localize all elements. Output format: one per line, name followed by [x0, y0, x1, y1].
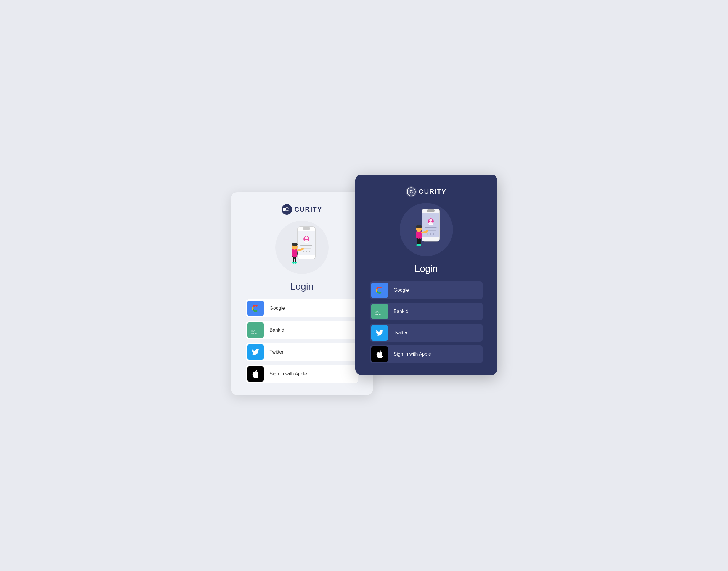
twitter-button-dark[interactable]: Twitter [370, 324, 482, 342]
svg-text:BankID: BankID [375, 314, 382, 316]
logo-text-light: CURITY [294, 206, 323, 213]
button-list-light: Google iD BankID BankId Twitter [246, 299, 358, 383]
svg-point-20 [294, 262, 297, 264]
svg-rect-21 [292, 249, 297, 256]
twitter-label-light: Twitter [265, 349, 358, 355]
logo-dark: C CURITY [406, 187, 447, 197]
bankid-icon-light: iD BankID [247, 323, 264, 338]
google-label-light: Google [265, 306, 358, 311]
svg-text:C: C [410, 189, 413, 194]
svg-point-10 [304, 240, 309, 243]
svg-rect-45 [416, 231, 422, 239]
svg-rect-17 [292, 256, 294, 263]
svg-point-9 [305, 236, 308, 239]
google-label-dark: Google [389, 288, 482, 293]
svg-rect-40 [425, 227, 437, 228]
svg-point-51 [418, 244, 421, 246]
svg-point-44 [433, 233, 434, 235]
google-icon-dark [371, 282, 388, 298]
svg-point-42 [427, 233, 428, 235]
curity-logo-icon-light: C [282, 204, 292, 215]
illustration-dark [400, 203, 453, 256]
illustration-svg-light [281, 224, 323, 271]
apple-svg-dark [376, 350, 383, 358]
svg-point-15 [309, 251, 310, 252]
scene: C CURITY [231, 175, 497, 396]
login-title-dark: Login [415, 263, 438, 274]
logo-text-dark: CURITY [419, 188, 447, 196]
svg-point-47 [416, 225, 422, 228]
svg-point-25 [301, 248, 304, 250]
twitter-label-dark: Twitter [389, 330, 482, 336]
light-card: C CURITY [231, 192, 373, 395]
button-list-dark: Google iD BankID BankId Twitter [370, 281, 482, 363]
bankid-icon-dark: iD BankID [371, 304, 388, 319]
apple-icon-dark [371, 346, 388, 362]
svg-rect-18 [294, 256, 296, 263]
twitter-svg [252, 348, 259, 356]
apple-svg [252, 370, 259, 378]
svg-rect-49 [419, 238, 421, 245]
svg-point-14 [306, 251, 307, 252]
svg-point-38 [429, 219, 432, 222]
apple-icon-light [247, 366, 264, 382]
login-title-light: Login [290, 281, 313, 292]
bankid-button-light[interactable]: iD BankID BankId [246, 321, 358, 339]
svg-rect-11 [300, 245, 312, 246]
svg-rect-48 [417, 238, 419, 245]
bankid-svg: iD BankID [251, 326, 260, 334]
illustration-svg-dark [405, 206, 447, 253]
bankid-label-dark: BankId [389, 309, 482, 314]
svg-rect-7 [302, 227, 310, 230]
svg-text:BankID: BankID [251, 332, 258, 334]
google-button-light[interactable]: Google [246, 299, 358, 318]
google-icon-light [247, 301, 264, 316]
svg-point-43 [430, 233, 431, 235]
twitter-svg-dark [376, 329, 383, 336]
google-svg [251, 304, 260, 313]
curity-logo-icon-dark: C [406, 187, 417, 197]
apple-button-dark[interactable]: Sign in with Apple [370, 345, 482, 363]
svg-point-23 [292, 243, 297, 246]
illustration-light [275, 221, 329, 274]
bankid-button-dark[interactable]: iD BankID BankId [370, 303, 482, 320]
svg-point-53 [426, 230, 428, 232]
google-button-dark[interactable]: Google [370, 281, 482, 299]
svg-rect-36 [427, 210, 435, 212]
svg-point-39 [428, 222, 433, 225]
twitter-icon-dark [371, 325, 388, 341]
apple-label-dark: Sign in with Apple [389, 351, 482, 357]
twitter-icon-light [247, 344, 264, 360]
apple-button-light[interactable]: Sign in with Apple [246, 365, 358, 383]
dark-card: C CURITY [355, 175, 497, 375]
apple-label-light: Sign in with Apple [265, 371, 358, 377]
twitter-button-light[interactable]: Twitter [246, 343, 358, 361]
google-svg-dark [375, 286, 384, 295]
bankid-label-light: BankId [265, 328, 358, 333]
svg-text:C: C [285, 207, 289, 212]
svg-point-13 [303, 251, 304, 252]
logo-light: C CURITY [282, 204, 323, 215]
bankid-svg-dark: iD BankID [375, 307, 384, 316]
